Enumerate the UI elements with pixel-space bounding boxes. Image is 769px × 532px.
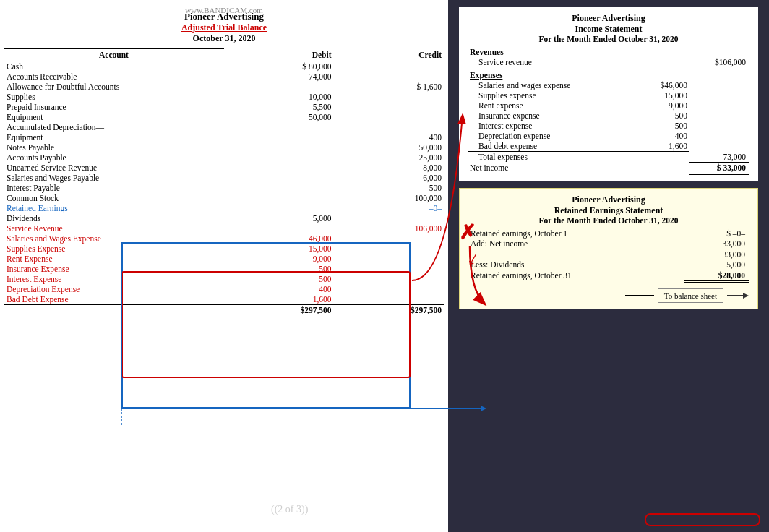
total-expenses-label: Total expenses <box>468 152 638 163</box>
tb-row-debit-13 <box>224 193 335 203</box>
tb-row-credit-15 <box>335 213 445 223</box>
is-exp-label-3: Insurance expense <box>468 111 638 121</box>
tb-row-20: Insurance Expense500 <box>4 264 444 274</box>
tb-row-debit-11 <box>224 173 335 183</box>
col-header-debit: Debit <box>224 49 335 61</box>
net-income-circle <box>645 513 760 526</box>
tb-row-11: Salaries and Wages Payable6,000 <box>4 173 444 183</box>
tb-row-18: Supplies Expense15,000 <box>4 244 444 254</box>
tb-row-account-22: Depreciation Expense <box>4 284 224 294</box>
tb-row-debit-9 <box>224 153 335 163</box>
is-exp-amount-3: 500 <box>638 111 689 121</box>
bottom-title: Preparing Financial Statements ((2 of 3)… <box>14 496 308 518</box>
is-exp-label-4: Interest expense <box>468 121 638 131</box>
service-revenue-amount <box>638 57 689 67</box>
tb-row-debit-18: 15,000 <box>224 244 335 254</box>
total-debit: $297,500 <box>224 305 335 316</box>
tb-row-13: Common Stock100,000 <box>4 193 444 203</box>
tb-row-4: Prepaid Insurance5,500 <box>4 102 444 112</box>
tb-row-debit-1: 74,000 <box>224 72 335 82</box>
is-title: Income Statement <box>468 24 749 35</box>
retained-earnings-card: Pioneer Advertising Retained Earnings St… <box>459 188 758 309</box>
tb-row-3: Supplies10,000 <box>4 92 444 102</box>
re-less-total: 5,000 <box>684 259 749 270</box>
is-exp-amount-6: 1,600 <box>638 141 689 152</box>
tb-row-debit-19: 9,000 <box>224 254 335 264</box>
tb-row-17: Salaries and Wages Expense46,000 <box>4 233 444 244</box>
tb-title: Adjusted Trial Balance <box>4 22 444 33</box>
tb-row-credit-4 <box>335 102 445 112</box>
tb-row-credit-13: 100,000 <box>335 193 445 203</box>
tb-row-credit-2: $ 1,600 <box>335 82 445 92</box>
tb-row-credit-6 <box>335 122 445 132</box>
re-subtotal-spacer <box>468 249 676 259</box>
tb-date: October 31, 2020 <box>4 33 444 44</box>
re-oct31-total: $28,000 <box>684 270 749 281</box>
tb-row-credit-8: 50,000 <box>335 142 445 153</box>
re-period: For the Month Ended October 31, 2020 <box>468 216 749 225</box>
re-subtotal-spacer2 <box>676 249 684 259</box>
is-exp-label-0: Salaries and wages expense <box>468 80 638 90</box>
tb-row-account-14: Retained Earnings <box>4 203 224 213</box>
tb-row-debit-10 <box>224 163 335 173</box>
tb-row-12: Interest Payable500 <box>4 183 444 193</box>
tb-row-account-0: Cash <box>4 61 224 72</box>
tb-row-credit-3 <box>335 92 445 102</box>
tb-row-9: Accounts Payable25,000 <box>4 153 444 163</box>
tb-row-credit-21 <box>335 274 445 284</box>
net-income-amount: $ 33,000 <box>689 162 749 173</box>
tb-row-debit-22: 400 <box>224 284 335 294</box>
tb-row-account-12: Interest Payable <box>4 183 224 193</box>
tb-row-account-23: Bad Debt Expense <box>4 294 224 305</box>
trial-balance-table: Account Debit Credit Cash$ 80,000Account… <box>4 48 444 315</box>
tb-row-account-1: Accounts Receivable <box>4 72 224 82</box>
tb-row-debit-20: 500 <box>224 264 335 274</box>
revenues-total-col <box>689 47 749 57</box>
tb-row-21: Interest Expense500 <box>4 274 444 284</box>
revenues-label: Revenues <box>468 47 638 57</box>
re-oct1-total: $ –0– <box>684 228 749 239</box>
re-header: Pioneer Advertising Retained Earnings St… <box>468 194 749 225</box>
col-header-account: Account <box>4 49 224 61</box>
is-header: Pioneer Advertising Income Statement For… <box>468 13 749 43</box>
tb-row-7: Equipment400 <box>4 132 444 142</box>
re-add-total: 33,000 <box>684 239 749 249</box>
re-oct1-label: Retained earnings, October 1 <box>468 228 676 239</box>
tb-row-account-8: Notes Payable <box>4 142 224 153</box>
re-oct31-label: Retained earnings, October 31 <box>468 270 676 281</box>
re-oct31-amount <box>676 270 684 281</box>
tb-row-account-17: Salaries and Wages Expense <box>4 233 224 244</box>
is-exp-label-2: Rent expense <box>468 100 638 111</box>
re-less-label: Less: Dividends <box>468 259 676 270</box>
tb-row-account-20: Insurance Expense <box>4 264 224 274</box>
is-exp-label-5: Depreciation expense <box>468 131 638 141</box>
is-period: For the Month Ended October 31, 2020 <box>468 35 749 43</box>
is-exp-amount-2: 9,000 <box>638 100 689 111</box>
is-exp-amount-1: 15,000 <box>638 90 689 100</box>
re-less-amount <box>676 259 684 270</box>
watermark: www.BANDICAM.com <box>185 6 262 14</box>
total-expenses-amount: 73,000 <box>689 152 749 163</box>
net-income-amount-col <box>638 162 689 173</box>
arrow-line <box>625 295 654 296</box>
to-bs-arrow <box>727 290 749 301</box>
tb-row-19: Rent Expense9,000 <box>4 254 444 264</box>
tb-row-credit-16: 106,000 <box>335 223 445 233</box>
tb-row-account-18: Supplies Expense <box>4 244 224 254</box>
income-statement-card: Pioneer Advertising Income Statement For… <box>459 7 758 181</box>
trial-balance-header: Pioneer Advertising Adjusted Trial Balan… <box>4 11 444 44</box>
tb-row-debit-17: 46,000 <box>224 233 335 244</box>
tb-row-account-16: Service Revenue <box>4 223 224 233</box>
re-add-label: Add: Net income <box>468 239 676 249</box>
tb-row-credit-10: 8,000 <box>335 163 445 173</box>
right-panel: Pioneer Advertising Income Statement For… <box>448 0 769 532</box>
main-title-text: Preparing Financial Statements <box>14 496 269 517</box>
re-subtotal: 33,000 <box>684 249 749 259</box>
sub-title-text: ((2 of 3)) <box>271 504 308 515</box>
tb-row-credit-1 <box>335 72 445 82</box>
net-income-label: Net income <box>468 162 638 173</box>
is-exp-amount-4: 500 <box>638 121 689 131</box>
col-header-credit: Credit <box>335 49 445 61</box>
tb-row-credit-5 <box>335 112 445 122</box>
tb-row-account-15: Dividends <box>4 213 224 223</box>
